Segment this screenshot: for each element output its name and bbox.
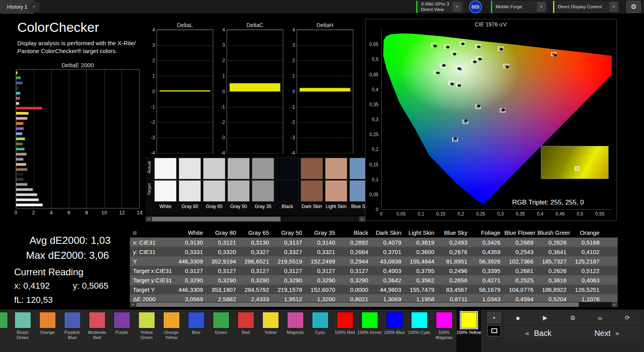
stop-icon[interactable]: ■ <box>504 311 531 324</box>
de-bar <box>16 112 29 115</box>
table-cell: 126,5251 <box>570 286 603 293</box>
patch-button-bluish-green[interactable]: Bluish Green <box>10 310 35 352</box>
delta-bar <box>229 83 280 92</box>
display-control-dropdown[interactable]: Direct Display Control ▼ <box>553 1 619 13</box>
patch-label: Orange <box>40 330 55 335</box>
play-icon[interactable]: ▶ <box>531 311 559 324</box>
scroll-right-icon[interactable]: ► <box>359 216 365 222</box>
de-bar <box>16 183 28 186</box>
add-tab-button[interactable]: + <box>29 2 39 12</box>
pattern-window-button[interactable] <box>487 325 501 336</box>
delta-chart-deltal: DeltaL43210-1-2-3-4 <box>144 22 214 168</box>
gridline <box>297 138 353 138</box>
patch-button-purplish-blue[interactable]: Purplish Blue <box>60 310 85 352</box>
swatch-dark-skin[interactable]: Dark Skin <box>301 158 323 209</box>
patch-button-magenta[interactable]: Magenta <box>283 310 308 352</box>
chevron-down-icon[interactable]: ▼ <box>453 2 461 12</box>
patch-button-blue[interactable]: Blue <box>184 310 209 352</box>
patch-label: Yellow Green <box>134 330 159 340</box>
table-cell: 44,9603 <box>372 286 405 293</box>
table-cell: 155,7479 <box>405 286 438 293</box>
scrollbar-thumb[interactable] <box>136 302 579 307</box>
x-tick-label: 0,45 <box>555 211 565 217</box>
patch-button-partial[interactable] <box>0 310 10 352</box>
back-button[interactable]: « Back <box>504 326 572 340</box>
pattern-window-icon[interactable]: ⧉ <box>559 311 586 324</box>
patch-color <box>163 312 180 328</box>
swatch-scrollbar[interactable]: ◄ ► <box>146 216 365 222</box>
y-tick-label: 1 <box>145 73 155 79</box>
table-header-cell: Gray 50 <box>273 229 306 236</box>
swatch-white[interactable]: White <box>154 158 177 209</box>
y-tick-label: 0,45 <box>369 72 378 77</box>
de-bar <box>16 142 23 146</box>
swatch-blue-sky[interactable]: Blue Sky <box>349 158 365 209</box>
table-header-cell: Gray 35 <box>306 229 339 236</box>
settings-gear-icon[interactable]: ⚙ <box>626 1 641 13</box>
table-cell: 0,2689 <box>504 239 537 246</box>
patch-button-100-blue[interactable]: 100% Blue <box>382 310 407 352</box>
next-button[interactable]: Next » <box>572 326 641 340</box>
de-bar <box>16 163 26 166</box>
table-cell: 125,2187 <box>570 258 603 265</box>
swatch-label: Gray 80 <box>179 204 201 209</box>
table-header-cell: Purp <box>603 229 618 236</box>
swatch-gray-65[interactable]: Gray 65 <box>203 158 225 209</box>
scroll-up-icon[interactable]: ▲ <box>487 312 501 323</box>
scrollbar-thumb[interactable] <box>152 217 280 221</box>
table-cell: 0,19 <box>603 249 618 255</box>
scroll-left-icon[interactable]: ◄ <box>146 216 151 222</box>
y-tick-label: 0,3 <box>372 117 378 122</box>
scroll-right-icon[interactable]: ► <box>612 302 618 307</box>
patch-button-green[interactable]: Green <box>209 310 233 352</box>
table-cell: 185,7327 <box>537 258 570 265</box>
swatch-black[interactable]: Black <box>276 158 299 209</box>
scrollbar-track[interactable] <box>151 216 359 222</box>
table-cell: 0,3327 <box>273 249 306 255</box>
patch-button-100-green[interactable]: 100% Green <box>357 310 382 352</box>
swatch-light-skin[interactable]: Light Skin <box>325 158 347 209</box>
reading-y-value: y: 0,5065 <box>73 281 109 291</box>
delta-chart-plot: 43210-1-2-3-4 <box>157 29 213 153</box>
patch-button-moderate-red[interactable]: Moderate Red <box>85 310 109 352</box>
table-cell: 0,3701 <box>372 249 405 255</box>
swatch-gray-35[interactable]: Gray 35 <box>252 158 274 209</box>
page-title: ColorChecker <box>17 20 99 35</box>
refresh-icon[interactable]: ⟳ <box>613 311 641 324</box>
y-tick-label: 0,25 <box>369 132 378 137</box>
patch-button-100-red[interactable]: 100% Red <box>332 310 357 352</box>
patch-button-yellow-green[interactable]: Yellow Green <box>134 310 159 352</box>
swatch-label: White <box>154 204 177 209</box>
source-dropdown[interactable]: Mobile Forge ▼ <box>491 1 547 13</box>
patch-button-red[interactable]: Red <box>233 310 258 352</box>
meter-dropdown[interactable]: X-Rite i1Pro 3 Direct View ▼ <box>416 1 464 13</box>
cie-measured-marker-orange-yellow <box>477 46 481 48</box>
patch-button-purple[interactable]: Purple <box>109 310 134 352</box>
table-cell: 83,4567 <box>438 286 471 293</box>
swatch-gray-80[interactable]: Gray 80 <box>179 158 201 209</box>
patch-button-orange-yellow[interactable]: Orange Yellow <box>159 310 184 352</box>
table-cell: 0,3641 <box>537 249 570 255</box>
patch-button-100-yellow[interactable]: 100% Yellow <box>456 310 481 352</box>
table-cell: 0,21 <box>603 267 618 274</box>
table-cell: 0,3130 <box>174 239 207 246</box>
table-cell: 43,0838 <box>372 258 405 265</box>
chevron-down-icon[interactable]: ▼ <box>537 2 546 12</box>
cie-measured-marker-light-skin <box>473 61 476 63</box>
patch-button-yellow[interactable]: Yellow <box>258 310 283 352</box>
loop-icon[interactable]: ∞ <box>586 311 614 324</box>
patch-button-100-cyan[interactable]: 100% Cyan <box>407 310 432 352</box>
patch-button-cyan[interactable]: Cyan <box>308 310 332 352</box>
scroll-left-icon[interactable]: ◄ <box>130 302 136 307</box>
scrollbar-track[interactable] <box>136 302 612 307</box>
patch-button-orange[interactable]: Orange <box>35 310 60 352</box>
current-reading-dot <box>576 168 578 169</box>
table-scrollbar[interactable]: ◄ ► <box>130 302 618 307</box>
de-bar <box>16 168 28 171</box>
patch-button-100-magenta[interactable]: 100% Magenta <box>432 310 456 352</box>
chevron-down-icon[interactable]: ▼ <box>609 2 618 12</box>
cie-chart-title: CIE 1976 u'v' <box>365 21 616 28</box>
swatch-label: Black <box>276 204 299 209</box>
swatch-gray-50[interactable]: Gray 50 <box>227 158 250 209</box>
gridline <box>227 153 283 153</box>
